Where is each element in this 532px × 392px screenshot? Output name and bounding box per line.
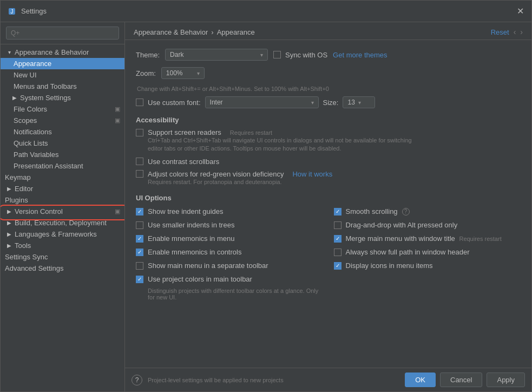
button-group: OK Cancel Apply [405,373,525,387]
drag-drop-checkbox[interactable] [334,221,341,229]
sidebar-item-presentation-assistant[interactable]: Presentation Assistant [1,160,124,172]
search-box [1,22,124,44]
get-more-themes-link[interactable]: Get more themes [333,51,387,59]
help-icon[interactable]: ? [402,208,410,215]
ui-option-smooth-scrolling: Smooth scrolling ? [334,206,521,217]
zoom-hint: Change with Alt+Shift+= or Alt+Shift+Min… [137,86,521,92]
breadcrumb-current: Appearance [217,28,255,36]
full-path-checkbox[interactable] [334,249,341,256]
screen-readers-desc: Ctrl+Tab and Ctrl+Shift+Tab will navigat… [148,136,418,153]
forward-button[interactable]: › [520,28,523,36]
ui-option-full-path: Always show full path in window header [334,247,521,257]
titlebar: J Settings ✕ [1,1,531,22]
merge-menu-title-checkbox[interactable] [334,235,341,243]
mnemonics-controls-checkbox[interactable] [136,249,143,256]
sidebar-item-build-execution[interactable]: ▶ Build, Execution, Deployment [1,217,124,228]
ui-option-main-menu-toolbar: Show main menu in a separate toolbar [136,260,323,271]
sidebar-item-notifications[interactable]: Notifications [1,126,124,138]
dropdown-arrow-icon: ▾ [260,52,263,58]
custom-font-checkbox[interactable] [136,99,143,106]
breadcrumb-sep: › [211,28,213,36]
sidebar-item-scopes[interactable]: Scopes ▣ [1,115,124,126]
ui-option-mnemonics-menu: Enable mnemonics in menu [136,233,323,244]
ui-option-show-tree-indent: Show tree indent guides [136,206,323,217]
project-colors-desc-row: Distinguish projects with different tool… [136,288,323,300]
red-green-desc: Requires restart. For protanopia and deu… [148,178,418,186]
sidebar-item-new-ui[interactable]: New UI [1,69,124,81]
settings-window: J Settings ✕ ▾ Appearance & Behavior App… [0,0,532,392]
apply-button[interactable]: Apply [487,373,525,387]
smooth-scrolling-checkbox[interactable] [334,208,341,215]
ui-option-merge-menu-title: Merge main menu with window title Requir… [334,233,521,244]
sync-os-label: Sync with OS [285,51,327,59]
font-select[interactable]: Inter ▾ [205,96,319,108]
how-it-works-link[interactable]: How it works [292,170,332,178]
project-colors-desc: Distinguish projects with different tool… [148,288,323,300]
sidebar-item-languages-frameworks[interactable]: ▶ Languages & Frameworks [1,228,124,240]
ui-option-display-icons: Display icons in menu items [334,260,521,271]
font-size-select[interactable]: 13 ▾ [343,96,375,108]
drag-drop-label: Drag-and-drop with Alt pressed only [346,221,458,229]
cancel-button[interactable]: Cancel [440,373,482,387]
sidebar-item-version-control[interactable]: ▶ Version Control ▣ [1,206,124,217]
sidebar-item-file-colors[interactable]: File Colors ▣ [1,103,124,115]
theme-select[interactable]: Dark ▾ [165,49,268,61]
sidebar-item-tools[interactable]: ▶ Tools [1,240,124,251]
custom-font-row: Use custom font: Inter ▾ Size: 13 ▾ [136,96,521,108]
main-header: Appearance & Behavior › Appearance Reset… [125,22,531,40]
screen-readers-note: Requires restart [230,129,272,136]
back-button[interactable]: ‹ [514,28,516,36]
main-body: Theme: Dark ▾ Sync with OS Get more them… [125,40,531,368]
sync-os-checkbox[interactable] [273,51,281,58]
sidebar-item-appearance-behavior[interactable]: ▾ Appearance & Behavior [1,47,124,58]
smaller-indents-checkbox[interactable] [136,221,143,229]
sidebar-item-keymap[interactable]: Keymap [1,172,124,183]
main-menu-toolbar-checkbox[interactable] [136,262,143,270]
dropdown-arrow-icon: ▾ [311,100,314,106]
screen-readers-label: Support screen readers [148,128,221,136]
contrast-scrollbars-row: Use contrast scrollbars [136,158,521,166]
sidebar-item-quick-lists[interactable]: Quick Lists [1,138,124,149]
contrast-scrollbars-item: Use contrast scrollbars [136,158,521,166]
screen-readers-checkbox[interactable] [136,129,143,136]
show-tree-indent-checkbox[interactable] [136,208,143,215]
mnemonics-menu-checkbox[interactable] [136,235,143,243]
arrow-icon: ▶ [5,243,14,249]
help-button[interactable]: ? [132,375,142,386]
lock-icon: ▣ [115,106,120,113]
project-colors-checkbox[interactable] [136,276,143,283]
reset-button[interactable]: Reset [491,28,509,36]
ok-button[interactable]: OK [405,373,436,387]
ui-option-smaller-indents: Use smaller indents in trees [136,220,323,230]
sidebar-item-settings-sync[interactable]: Settings Sync [1,251,124,263]
arrow-icon: ▾ [5,49,14,55]
search-input[interactable] [6,27,119,40]
close-button[interactable]: ✕ [515,6,525,16]
smooth-scrolling-label: Smooth scrolling [346,207,398,215]
sidebar-item-menus-toolbars[interactable]: Menus and Toolbars [1,81,124,92]
arrow-icon: ▶ [5,208,14,214]
red-green-item: Adjust colors for red-green vision defic… [136,170,521,186]
zoom-select[interactable]: 100% ▾ [161,67,205,79]
sidebar-item-plugins[interactable]: Plugins [1,194,124,206]
display-icons-checkbox[interactable] [334,262,341,270]
red-green-checkbox[interactable] [136,170,143,178]
red-green-row: Adjust colors for red-green vision defic… [136,170,521,178]
zoom-value: 100% [166,69,183,77]
main-panel: Appearance & Behavior › Appearance Reset… [125,22,531,391]
custom-font-label: Use custom font: [148,99,201,107]
contrast-scrollbars-checkbox[interactable] [136,158,143,165]
sidebar-item-advanced-settings[interactable]: Advanced Settings [1,263,124,274]
sidebar-item-system-settings[interactable]: ▶ System Settings [1,92,124,103]
app-icon: J [7,6,17,16]
sidebar-item-editor[interactable]: ▶ Editor [1,183,124,194]
window-title: Settings [21,7,515,15]
accessibility-block: Support screen readers Requires restart … [136,128,521,186]
theme-value: Dark [170,51,183,58]
sidebar-tree: ▾ Appearance & Behavior Appearance New U… [1,44,124,391]
contrast-scrollbars-label: Use contrast scrollbars [148,158,219,166]
svg-text:J: J [11,9,14,15]
sidebar-item-appearance[interactable]: Appearance [1,58,124,69]
accessibility-header: Accessibility [136,116,521,124]
sidebar-item-path-variables[interactable]: Path Variables [1,149,124,160]
